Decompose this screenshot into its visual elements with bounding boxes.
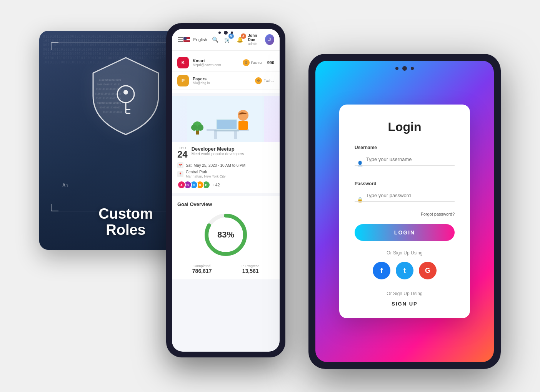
camera-dot-2 xyxy=(402,66,407,71)
svg-rect-21 xyxy=(238,121,248,130)
header-right: English 🔍 🛒 5 🔔 6 xyxy=(183,33,274,46)
event-title: Developer Meetup xyxy=(192,146,274,152)
svg-rect-18 xyxy=(217,120,237,129)
kmart-logo: K xyxy=(177,57,189,68)
event-location-row: 📍 Central Park Manhattan, New York City xyxy=(177,170,274,178)
table-row: P Payers hik@dsg.io ⚙ Fash... xyxy=(172,72,280,90)
header-icons: 🔍 🛒 5 🔔 6 xyxy=(210,35,245,45)
category-kmart: ⚙ Fashion xyxy=(243,59,263,66)
store-name-kmart: Kmart xyxy=(193,58,239,63)
or-sign-up-text: Or Sign Up Using xyxy=(355,250,455,256)
goal-section: Goal Overview 83% Completed xyxy=(172,196,280,279)
event-date-row: 📅 Sat, May 25, 2020 · 10 AM to 6 PM xyxy=(177,162,274,168)
event-location: Central Park Manhattan, New York City xyxy=(186,170,226,178)
forgot-password-link[interactable]: Forgot password? xyxy=(355,212,455,216)
in-progress-stat: In Progress 13,561 xyxy=(242,264,259,274)
tablet-camera xyxy=(395,66,414,71)
category-icon: ⚙ xyxy=(243,59,250,66)
store-name-payers: Payers xyxy=(193,76,251,81)
event-card: THU 24 Developer Meetup Meet world popul… xyxy=(172,96,280,193)
username-input[interactable] xyxy=(355,153,455,166)
user-name: John Doe xyxy=(248,33,263,42)
notif-badge: 6 xyxy=(241,33,246,39)
event-meta: 📅 Sat, May 25, 2020 · 10 AM to 6 PM 📍 Ce… xyxy=(177,162,274,178)
notifications-button[interactable]: 🔔 6 xyxy=(235,35,245,45)
store-email-kmart: bizpri@cawm.com xyxy=(193,63,239,67)
login-card: Login Username 👤 Password 🔒 Forgot passw… xyxy=(339,105,470,318)
event-subtitle: Meet world popular developers xyxy=(192,152,274,156)
event-title-section: Developer Meetup Meet world popular deve… xyxy=(192,146,274,156)
svg-rect-15 xyxy=(214,131,217,139)
cart-button[interactable]: 🛒 5 xyxy=(223,35,233,45)
completed-value: 786,617 xyxy=(192,268,212,274)
store-info-kmart: Kmart bizpri@cawm.com xyxy=(193,58,239,67)
middle-tablet-screen: ☰ English 🔍 🛒 5 🔔 6 xyxy=(172,29,280,352)
flag-icon xyxy=(183,37,190,42)
attendee-count: +42 xyxy=(213,183,220,187)
table-section: K Kmart bizpri@cawm.com ⚙ Fashion 990 P xyxy=(172,51,280,93)
password-label: Password xyxy=(355,181,455,186)
right-tablet: Login Username 👤 Password 🔒 Forgot passw… xyxy=(308,54,501,369)
in-progress-label: In Progress xyxy=(242,264,259,268)
calendar-icon: 📅 xyxy=(177,162,183,168)
search-button[interactable]: 🔍 xyxy=(210,35,220,45)
attendees: A B C D E +42 xyxy=(177,181,274,189)
store-info-payers: Payers hik@dsg.io xyxy=(193,76,251,85)
goal-stats: Completed 786,617 In Progress 13,561 xyxy=(177,264,274,274)
camera-dot-1 xyxy=(395,67,398,70)
facebook-button[interactable]: f xyxy=(373,262,390,279)
camera-dot-center xyxy=(224,31,228,35)
login-screen: Login Username 👤 Password 🔒 Forgot passw… xyxy=(315,61,494,362)
payers-logo: P xyxy=(177,75,189,86)
avatar: J xyxy=(265,34,274,45)
a1-label: A₁ xyxy=(62,182,69,188)
stat-kmart: 990 xyxy=(267,60,274,65)
camera-dot-3 xyxy=(411,67,414,70)
middle-tablet: ☰ English 🔍 🛒 5 🔔 6 xyxy=(166,23,285,357)
day-num: 24 xyxy=(177,150,188,159)
google-button[interactable]: G xyxy=(419,262,437,279)
social-icons: f t G xyxy=(355,262,455,279)
main-scene: 0100101011010010100101001010011010010101… xyxy=(39,23,501,369)
password-input-wrap: 🔒 xyxy=(355,189,455,209)
in-progress-value: 13,561 xyxy=(242,268,259,274)
store-email-payers: hik@dsg.io xyxy=(193,81,251,85)
completed-stat: Completed 786,617 xyxy=(192,264,212,274)
user-info: John Doe admin J xyxy=(248,33,274,46)
day-label: THU 24 xyxy=(177,146,188,159)
event-date: Sat, May 25, 2020 · 10 AM to 6 PM xyxy=(186,163,245,168)
goal-title: Goal Overview xyxy=(177,201,274,207)
svg-rect-19 xyxy=(214,130,239,131)
user-role: admin xyxy=(248,42,263,46)
twitter-button[interactable]: t xyxy=(396,262,413,279)
login-title: Login xyxy=(355,120,455,134)
username-input-wrap: 👤 xyxy=(355,153,455,173)
donut-container: 83% xyxy=(177,212,274,258)
completed-label: Completed xyxy=(192,264,212,268)
login-button[interactable]: LOGIN xyxy=(355,224,455,241)
password-input[interactable] xyxy=(355,189,455,202)
event-details: THU 24 Developer Meetup Meet world popul… xyxy=(172,142,280,193)
location-icon: 📍 xyxy=(177,171,183,177)
svg-point-25 xyxy=(197,125,203,131)
signup-button[interactable]: SIGN UP xyxy=(355,301,455,307)
attendee-1: A xyxy=(177,181,186,189)
category-icon-2: ⚙ xyxy=(255,77,262,84)
svg-point-20 xyxy=(238,110,248,121)
svg-rect-16 xyxy=(234,131,237,139)
hamburger-icon[interactable]: ☰ xyxy=(177,35,183,44)
username-label: Username xyxy=(355,145,455,150)
table-row: K Kmart bizpri@cawm.com ⚙ Fashion 990 xyxy=(172,54,280,72)
or-sign-up-text-2: Or Sign Up Using xyxy=(355,291,455,296)
category-payers: ⚙ Fash... xyxy=(255,77,274,84)
event-date-badge: THU 24 Developer Meetup Meet world popul… xyxy=(177,146,274,159)
event-illustration xyxy=(172,96,280,142)
illustration-svg xyxy=(187,96,264,142)
svg-point-24 xyxy=(191,125,197,131)
language-label: English xyxy=(193,37,207,42)
camera-dot-right xyxy=(231,32,233,34)
donut-percent: 83% xyxy=(217,230,234,240)
donut-wrap: 83% xyxy=(203,212,249,258)
camera-dot-left xyxy=(218,32,221,34)
